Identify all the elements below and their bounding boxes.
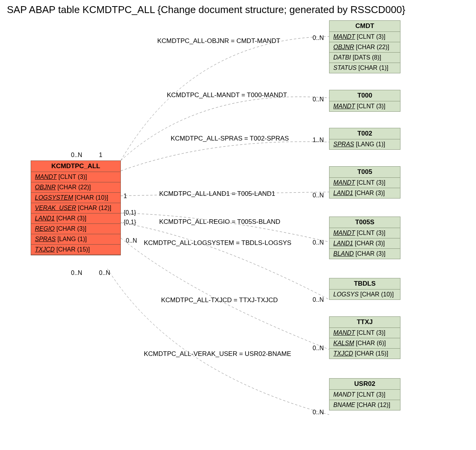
cardinality-label: 0..N	[313, 96, 324, 103]
field-row: MANDT [CLNT (3)]	[329, 101, 400, 111]
entity-header: T000	[329, 90, 400, 101]
entity-t005s: T005S MANDT [CLNT (3)] LAND1 [CHAR (3)] …	[329, 217, 400, 259]
cardinality-label: 0..N	[313, 239, 324, 246]
entity-t005: T005 MANDT [CLNT (3)] LAND1 [CHAR (3)]	[329, 166, 400, 199]
entity-header: TTXJ	[329, 317, 400, 328]
entity-header: T005S	[329, 217, 400, 228]
cardinality-label: {0,1}	[124, 209, 136, 216]
relation-label: KCMDTPC_ALL-VERAK_USER = USR02-BNAME	[144, 350, 291, 358]
field-row: OBJNR [CHAR (22)]	[31, 182, 120, 193]
field-row: MANDT [CLNT (3)]	[329, 390, 400, 400]
relation-label: KCMDTPC_ALL-LAND1 = T005-LAND1	[159, 190, 275, 198]
field-row: STATUS [CHAR (1)]	[329, 63, 400, 73]
field-row: MANDT [CLNT (3)]	[329, 228, 400, 238]
field-row: OBJNR [CHAR (22)]	[329, 42, 400, 53]
cardinality-label: 0..N	[313, 296, 324, 303]
page-title: SAP ABAP table KCMDTPC_ALL {Change docum…	[7, 4, 405, 16]
entity-header: T002	[329, 128, 400, 139]
field-row: LAND1 [CHAR (3)]	[329, 188, 400, 198]
cardinality-label: {0,1}	[124, 219, 136, 226]
relation-label: KCMDTPC_ALL-SPRAS = T002-SPRAS	[171, 135, 289, 142]
field-row: LOGSYS [CHAR (10)]	[329, 290, 400, 299]
cardinality-label: 1	[99, 152, 102, 159]
field-row: TXJCD [CHAR (15)]	[31, 245, 120, 255]
cardinality-label: 0..N	[99, 270, 110, 276]
relation-label: KCMDTPC_ALL-LOGSYSTEM = TBDLS-LOGSYS	[144, 239, 292, 247]
cardinality-label: 0..N	[71, 152, 82, 159]
field-row: LAND1 [CHAR (3)]	[329, 238, 400, 249]
field-row: BNAME [CHAR (12)]	[329, 400, 400, 410]
cardinality-label: 0..N	[313, 409, 324, 416]
cardinality-label: 1	[124, 193, 127, 200]
field-row: MANDT [CLNT (3)]	[329, 32, 400, 42]
entity-t000: T000 MANDT [CLNT (3)]	[329, 90, 400, 112]
field-row: REGIO [CHAR (3)]	[31, 224, 120, 234]
field-row: BLAND [CHAR (3)]	[329, 249, 400, 259]
cardinality-label: 0..N	[71, 270, 82, 276]
cardinality-label: 1..N	[313, 137, 324, 144]
field-row: MANDT [CLNT (3)]	[31, 172, 120, 182]
cardinality-label: 0..N	[313, 35, 324, 41]
entity-ttxj: TTXJ MANDT [CLNT (3)] KALSM [CHAR (6)] T…	[329, 316, 400, 359]
entity-header: TBDLS	[329, 278, 400, 290]
field-row: MANDT [CLNT (3)]	[329, 328, 400, 338]
relation-label: KCMDTPC_ALL-REGIO = T005S-BLAND	[159, 218, 280, 226]
field-row: SPRAS [LANG (1)]	[31, 234, 120, 245]
relation-label: KCMDTPC_ALL-MANDT = T000-MANDT	[167, 91, 287, 99]
field-row: DATBI [DATS (8)]	[329, 53, 400, 63]
field-row: KALSM [CHAR (6)]	[329, 338, 400, 349]
cardinality-label: 0..N	[313, 192, 324, 199]
cardinality-label: 0..N	[313, 345, 324, 352]
entity-usr02: USR02 MANDT [CLNT (3)] BNAME [CHAR (12)]	[329, 378, 400, 410]
entity-tbdls: TBDLS LOGSYS [CHAR (10)]	[329, 278, 400, 300]
field-row: LAND1 [CHAR (3)]	[31, 213, 120, 224]
entity-header: CMDT	[329, 21, 400, 32]
field-row: VERAK_USER [CHAR (12)]	[31, 203, 120, 213]
relation-label: KCMDTPC_ALL-OBJNR = CMDT-MANDT	[157, 37, 280, 45]
field-row: TXJCD [CHAR (15)]	[329, 349, 400, 359]
relation-label: KCMDTPC_ALL-TXJCD = TTXJ-TXJCD	[161, 296, 278, 304]
entity-t002: T002 SPRAS [LANG (1)]	[329, 128, 400, 150]
field-row: SPRAS [LANG (1)]	[329, 139, 400, 149]
entity-cmdt: CMDT MANDT [CLNT (3)] OBJNR [CHAR (22)] …	[329, 20, 400, 73]
entity-header: T005	[329, 167, 400, 178]
field-row: LOGSYSTEM [CHAR (10)]	[31, 193, 120, 203]
cardinality-label: 0..N	[126, 237, 137, 244]
entity-header: USR02	[329, 379, 400, 390]
entity-kcmdtpc-all: KCMDTPC_ALL MANDT [CLNT (3)] OBJNR [CHAR…	[31, 160, 121, 255]
field-row: MANDT [CLNT (3)]	[329, 178, 400, 188]
entity-header: KCMDTPC_ALL	[31, 161, 120, 172]
